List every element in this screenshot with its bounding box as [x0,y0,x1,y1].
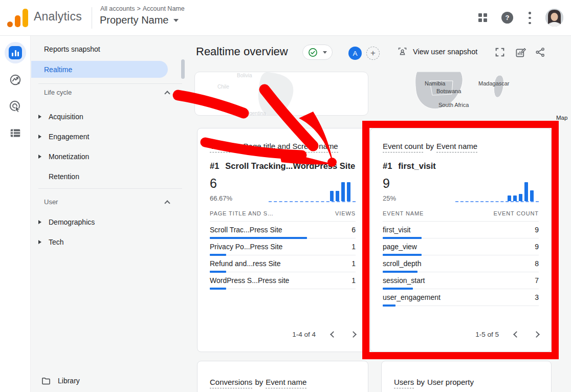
chevron-up-icon[interactable] [164,200,170,206]
column-header-dimension[interactable]: EVENT NAME [383,210,424,216]
rail-item-explore[interactable] [9,73,22,86]
nav-item-acquisition[interactable]: Acquisition [38,111,83,123]
nav-item-retention[interactable]: Retention [38,170,79,183]
property-selector[interactable]: Property Name [100,14,179,26]
nav-item-demographics[interactable]: Demographics [38,216,95,228]
card-title-metric[interactable]: Views [210,142,230,153]
view-user-snapshot-label: View user snapshot [413,48,477,56]
nav-scrollbar-thumb[interactable] [181,59,185,79]
event-count-by-event-name-card: Event count by Event name #1 first_visit… [370,128,552,352]
card-title-join: by [416,378,425,388]
metric-row: 9 25% [383,176,539,202]
nav-item-monetization[interactable]: Monetization [38,150,89,163]
card-title-metric[interactable]: Users [394,378,414,388]
view-user-snapshot-button[interactable]: View user snapshot [397,46,477,57]
column-header-metric[interactable]: VIEWS [335,210,356,216]
nav-section-label: Life cycle [44,89,72,96]
rank-badge: #1 [210,161,219,171]
rail-item-admin[interactable] [9,126,22,140]
fullscreen-button[interactable] [494,47,506,58]
kebab-menu-icon[interactable] [529,12,531,24]
expand-triangle-icon[interactable] [38,220,41,224]
user-avatar[interactable] [545,9,563,27]
edit-chart-icon [515,47,526,58]
nav-section-user[interactable]: User [44,198,169,206]
chevron-up-icon[interactable] [164,91,170,96]
breadcrumb-account-name[interactable]: Account Name [143,5,185,12]
pagination: 1-4 of 4 [292,331,356,338]
advertising-icon [9,100,22,113]
table-row[interactable]: scroll_depth 8 [383,255,539,272]
table-row[interactable]: Privacy Po...Press Site 1 [210,238,356,255]
breadcrumb[interactable]: All accounts>Account Name [100,5,187,12]
rank-badge: #1 [383,161,392,171]
table-row[interactable]: WordPress S...Press site 1 [210,272,356,289]
google-apps-grid-icon[interactable] [478,13,487,22]
realtime-map-region[interactable]: Namibia Botswana Madagascar South Africa [381,72,559,118]
customize-report-button[interactable] [515,47,526,58]
map-label-bolivia: Bolivia [237,73,252,78]
nav-divider [38,83,182,84]
add-comparison-button[interactable]: + [366,47,380,60]
column-header-dimension[interactable]: PAGE TITLE AND S… [210,210,274,216]
card-title-metric[interactable]: Event count [383,142,423,153]
nav-item-realtime-selected[interactable]: Realtime [31,61,168,78]
expand-triangle-icon[interactable] [38,135,41,139]
map-label-chile: Chile [217,84,229,90]
card-title-dimension[interactable]: Event name [266,378,306,388]
breadcrumb-separator: > [137,5,140,12]
previous-page-icon[interactable] [330,331,337,338]
card-title-metric[interactable]: Conversions [210,378,252,388]
table-row[interactable]: user_engagement 3 [383,289,539,306]
expand-triangle-icon[interactable] [38,115,41,119]
table-row[interactable]: Scroll Trac...Press Site 6 [210,222,356,238]
comparison-badge[interactable]: A [348,47,362,60]
faint-map-south-america: Bolivia Chile Argentina [195,72,368,116]
rail-item-advertising[interactable] [9,100,22,113]
nav-item-library[interactable]: Library [41,376,80,386]
report-status-dropdown[interactable] [302,45,333,60]
previous-page-icon[interactable] [513,331,520,338]
views-sparkline-chart [269,182,356,202]
share-button[interactable] [535,47,546,58]
property-name: Property Name [100,14,169,26]
breadcrumb-all-accounts[interactable]: All accounts [100,5,135,12]
events-sparkline-chart [455,182,539,202]
row-value: 8 [535,259,539,268]
top-item-label: first_visit [398,161,435,171]
metric-value: 6 [210,176,232,191]
table-row[interactable]: page_view 9 [383,238,539,255]
table-row[interactable]: first_visit 9 [383,222,539,238]
next-page-icon[interactable] [533,331,540,338]
table-row[interactable]: session_start 7 [383,272,539,289]
chevron-down-icon [173,19,179,22]
expand-triangle-icon[interactable] [38,155,41,159]
google-analytics-logo-icon[interactable] [7,9,29,27]
header-divider [92,7,92,29]
card-title-join: by [233,142,241,153]
row-value: 1 [352,276,356,285]
user-snapshot-icon [397,46,408,57]
page-title: Realtime overview [196,45,288,58]
nav-section-life-cycle[interactable]: Life cycle [44,89,169,96]
card-title-dimension[interactable]: Event name [436,142,477,153]
row-label: Scroll Trac...Press Site [210,226,282,234]
rail-item-reports[interactable] [5,42,26,63]
nav-item-tech[interactable]: Tech [38,236,64,248]
card-title-dimension[interactable]: Page title and Screen name [244,142,338,153]
nav-item-engagement[interactable]: Engagement [38,130,89,143]
product-name: Analytics [34,10,82,24]
help-icon[interactable]: ? [501,12,513,24]
top-item-line: #1 first_visit [383,161,539,171]
conversions-by-event-name-card: Conversions by Event name [197,361,368,392]
table-list-icon [9,126,22,140]
metric-percent: 25% [383,194,396,202]
next-page-icon[interactable] [350,331,357,338]
nav-item-reports-snapshot[interactable]: Reports snapshot [44,45,100,53]
row-label: session_start [383,276,425,285]
column-header-metric[interactable]: EVENT COUNT [493,210,539,216]
row-value: 9 [535,243,539,251]
row-value: 3 [535,293,539,301]
table-row[interactable]: Refund and...ress Site 1 [210,255,356,272]
expand-triangle-icon[interactable] [38,240,41,244]
